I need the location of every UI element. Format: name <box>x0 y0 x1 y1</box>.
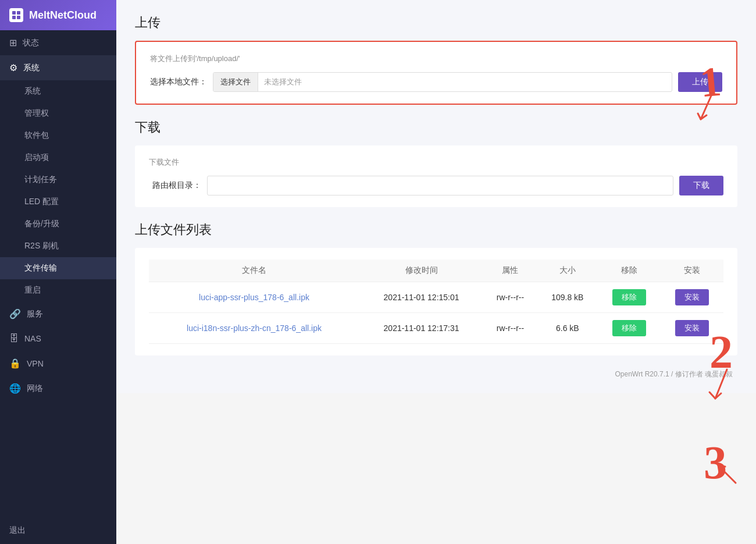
remove-cell: 移除 <box>598 313 661 344</box>
svg-rect-3 <box>17 16 20 19</box>
sidebar-sub-label-9: 重启 <box>24 285 41 294</box>
sidebar-sub-label-4: 计划任务 <box>24 175 57 184</box>
upload-title: 上传 <box>135 14 737 31</box>
file-placeholder: 未选择文件 <box>258 77 308 87</box>
upload-form-row: 选择本地文件： 选择文件 未选择文件 上传 <box>150 72 722 92</box>
table-row: luci-app-ssr-plus_178-6_all.ipk 2021-11-… <box>149 282 723 313</box>
download-title: 下载 <box>135 119 737 136</box>
arrow-3 <box>707 460 747 489</box>
network-icon: 🌐 <box>9 383 21 394</box>
sidebar-sub-item-filetransfer[interactable]: 文件传输 <box>0 257 116 279</box>
file-name-cell[interactable]: luci-app-ssr-plus_178-6_all.ipk <box>149 282 359 313</box>
sidebar-services-label: 服务 <box>27 309 43 319</box>
remove-button[interactable]: 移除 <box>612 320 646 336</box>
svg-line-6 <box>718 465 736 483</box>
table-row: luci-i18n-ssr-plus-zh-cn_178-6_all.ipk 2… <box>149 313 723 344</box>
annotation-3: 3 <box>704 436 727 489</box>
sidebar-sub-item-xitong[interactable]: 系统 <box>0 80 116 102</box>
sidebar-item-status[interactable]: ⊞ 状态 <box>0 30 116 55</box>
app-title: MeltNetCloud <box>29 9 97 22</box>
sidebar-item-vpn[interactable]: 🔒 VPN <box>0 351 116 376</box>
file-size-cell: 6.6 kB <box>537 313 598 344</box>
footer-text: OpenWrt R20.7.1 / 修订作者 魂蛋叔叔 <box>135 369 737 379</box>
download-card: 下载文件 路由根目录： 下载 <box>135 145 737 207</box>
install-cell: 安装 <box>661 313 723 344</box>
download-dir-label: 路由根目录： <box>149 180 201 191</box>
install-cell: 安装 <box>661 282 723 313</box>
gear-icon: ⚙ <box>9 62 17 73</box>
sidebar-sub-label-6: 备份/升级 <box>24 219 59 228</box>
sidebar-sub-label-0: 系统 <box>24 86 41 95</box>
remove-button[interactable]: 移除 <box>612 289 646 305</box>
file-table: 文件名 修改时间 属性 大小 移除 安装 luci-app-ssr-plus_1… <box>149 259 723 344</box>
sidebar-sub-label-3: 启动项 <box>24 152 49 162</box>
sidebar-sub-item-led[interactable]: LED 配置 <box>0 191 116 213</box>
grid-icon: ⊞ <box>9 37 17 48</box>
download-subtitle: 下载文件 <box>149 157 723 168</box>
download-path-input[interactable] <box>207 176 673 195</box>
sidebar-sub-item-r2s[interactable]: R2S 刷机 <box>0 235 116 257</box>
file-attr-cell: rw-r--r-- <box>483 282 537 313</box>
sidebar-system-label: 系统 <box>23 63 40 73</box>
logout-button[interactable]: 退出 <box>0 517 116 544</box>
sidebar-nas-label: NAS <box>24 334 41 343</box>
nas-icon: 🗄 <box>9 333 19 344</box>
sidebar-sub-item-guanli[interactable]: 管理权 <box>0 102 116 125</box>
table-header-row: 文件名 修改时间 属性 大小 移除 安装 <box>149 259 723 282</box>
app-header: MeltNetCloud <box>0 0 116 30</box>
sidebar-sub-item-backup[interactable]: 备份/升级 <box>0 213 116 235</box>
download-form-row: 路由根目录： 下载 <box>149 176 723 195</box>
sidebar-sub-label-8: 文件传输 <box>24 263 57 272</box>
sidebar-item-network[interactable]: 🌐 网络 <box>0 376 116 401</box>
sidebar-status-label: 状态 <box>23 38 39 48</box>
sidebar-sub-item-qidong[interactable]: 启动项 <box>0 147 116 169</box>
col-size: 大小 <box>537 259 598 282</box>
sidebar-sub-label-5: LED 配置 <box>24 197 59 206</box>
main-content: 上传 将文件上传到'/tmp/upload/' 选择本地文件： 选择文件 未选择… <box>116 0 756 393</box>
sidebar-vpn-label: VPN <box>27 359 44 368</box>
remove-cell: 移除 <box>598 282 661 313</box>
services-icon: 🔗 <box>9 308 21 319</box>
file-size-cell: 109.8 kB <box>537 282 598 313</box>
sidebar-sub-item-jihua[interactable]: 计划任务 <box>0 169 116 191</box>
sidebar-network-label: 网络 <box>27 383 43 394</box>
file-modified-cell: 2021-11-01 12:15:01 <box>359 282 483 313</box>
vpn-icon: 🔒 <box>9 358 21 369</box>
sidebar-sub-label-2: 软件包 <box>24 130 49 140</box>
file-modified-cell: 2021-11-01 12:17:31 <box>359 313 483 344</box>
sidebar: MeltNetCloud ⊞ 状态 ⚙ 系统 系统 管理权 软件包 启动项 计划… <box>0 0 116 544</box>
col-remove: 移除 <box>598 259 661 282</box>
col-attr: 属性 <box>483 259 537 282</box>
upload-file-label: 选择本地文件： <box>150 77 207 87</box>
sidebar-item-system[interactable]: ⚙ 系统 <box>0 55 116 80</box>
col-install: 安装 <box>661 259 723 282</box>
upload-card: 将文件上传到'/tmp/upload/' 选择本地文件： 选择文件 未选择文件 … <box>135 41 737 105</box>
sidebar-sub-item-ruanjian[interactable]: 软件包 <box>0 125 116 147</box>
file-input-area: 选择文件 未选择文件 <box>213 72 672 92</box>
install-button[interactable]: 安装 <box>675 289 709 305</box>
svg-rect-1 <box>17 11 20 15</box>
choose-file-button[interactable]: 选择文件 <box>213 73 258 91</box>
install-button[interactable]: 安装 <box>675 320 709 336</box>
file-name-cell[interactable]: luci-i18n-ssr-plus-zh-cn_178-6_all.ipk <box>149 313 359 344</box>
file-list-title: 上传文件列表 <box>135 221 737 239</box>
file-list-card: 文件名 修改时间 属性 大小 移除 安装 luci-app-ssr-plus_1… <box>135 248 737 355</box>
logo-icon <box>9 8 23 22</box>
sidebar-sub-item-reboot[interactable]: 重启 <box>0 279 116 301</box>
upload-button[interactable]: 上传 <box>678 72 722 92</box>
sidebar-nav: ⊞ 状态 ⚙ 系统 系统 管理权 软件包 启动项 计划任务 LED 配置 备份/… <box>0 30 116 401</box>
sidebar-sub-label-7: R2S 刷机 <box>24 241 59 250</box>
sidebar-item-nas[interactable]: 🗄 NAS <box>0 326 116 351</box>
logout-label: 退出 <box>9 525 26 535</box>
upload-subtitle: 将文件上传到'/tmp/upload/' <box>150 54 722 64</box>
svg-rect-2 <box>12 16 16 19</box>
svg-rect-0 <box>12 11 16 15</box>
col-filename: 文件名 <box>149 259 359 282</box>
sidebar-item-services[interactable]: 🔗 服务 <box>0 301 116 326</box>
file-attr-cell: rw-r--r-- <box>483 313 537 344</box>
download-button[interactable]: 下载 <box>679 176 723 195</box>
sidebar-sub-label-1: 管理权 <box>24 108 49 118</box>
col-modified: 修改时间 <box>359 259 483 282</box>
